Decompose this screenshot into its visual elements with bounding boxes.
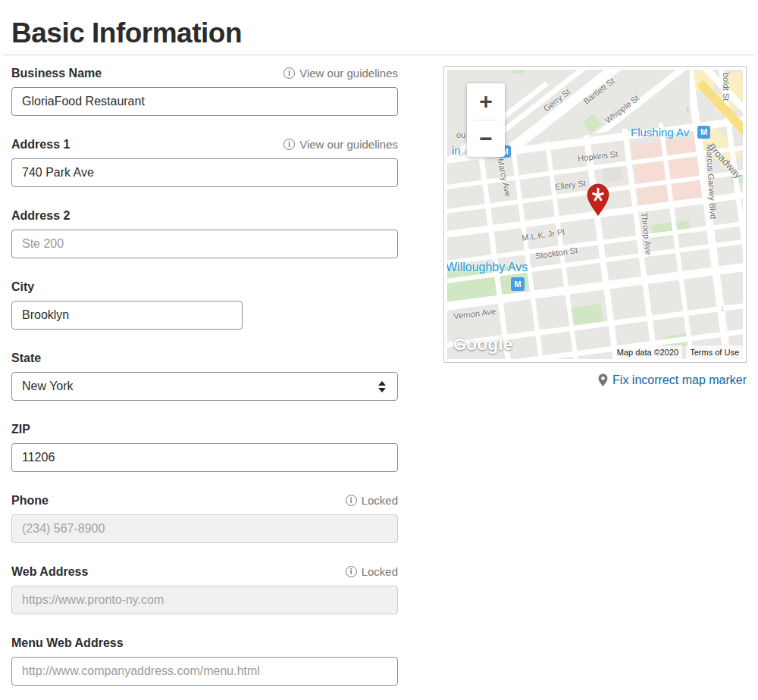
- city-label: City: [11, 280, 34, 294]
- business-name-input[interactable]: [11, 87, 398, 116]
- state-label: State: [11, 351, 41, 365]
- street-label-flushing-av: Flushing Av: [631, 126, 689, 139]
- web-address-label: Web Address: [11, 564, 88, 579]
- map-attribution: Map data ©2020: [613, 345, 683, 359]
- basic-info-form: Business Name i View our guidelines Addr…: [11, 55, 398, 700]
- guidelines-link[interactable]: i View our guidelines: [283, 66, 398, 80]
- one-way-arrow-icon: ↓: [720, 303, 725, 314]
- fix-marker-row: Fix incorrect map marker: [443, 373, 747, 387]
- basic-information-page: Basic Information Business Name i View o…: [0, 0, 758, 700]
- city-input[interactable]: [11, 301, 243, 330]
- guidelines-link-label: View our guidelines: [299, 137, 398, 152]
- street-label-fragment: in: [452, 144, 461, 157]
- zip-input[interactable]: [11, 443, 398, 472]
- map-column: Gerry St Bartlett St Whipple St Flushing…: [443, 55, 747, 387]
- yelp-map-pin-icon: [587, 183, 609, 217]
- info-icon: i: [346, 495, 357, 506]
- address2-field: Address 2: [11, 208, 398, 258]
- web-address-field: Web Address i Locked: [11, 564, 398, 614]
- info-icon: i: [283, 139, 295, 150]
- menu-web-address-input[interactable]: [11, 657, 398, 686]
- state-field: State New York: [11, 351, 398, 401]
- subway-station-icon: M: [511, 277, 525, 291]
- phone-field: Phone i Locked: [11, 493, 398, 543]
- zoom-out-button[interactable]: −: [467, 120, 505, 157]
- guidelines-link[interactable]: i View our guidelines: [283, 137, 398, 152]
- map-zoom-control: + −: [467, 83, 505, 157]
- locked-hint: i Locked: [346, 493, 398, 508]
- city-field: City: [11, 280, 398, 330]
- zip-label: ZIP: [11, 422, 30, 436]
- map-pin-icon: [598, 373, 608, 387]
- street-label: Ellery St: [554, 179, 586, 192]
- info-icon: i: [346, 566, 357, 577]
- address1-label: Address 1: [11, 137, 70, 152]
- map-canvas[interactable]: Gerry St Bartlett St Whipple St Flushing…: [447, 70, 743, 359]
- locked-hint: i Locked: [346, 564, 398, 579]
- phone-input: [11, 514, 398, 543]
- phone-label: Phone: [11, 493, 49, 508]
- menu-web-address-field: Menu Web Address: [11, 636, 398, 686]
- zip-field: ZIP: [11, 422, 398, 472]
- one-way-arrow-icon: ↑: [685, 105, 690, 115]
- terms-of-use-link[interactable]: Terms of Use: [686, 345, 743, 359]
- page-title: Basic Information: [11, 17, 747, 50]
- street-label: boldt St: [722, 73, 731, 101]
- street-label-willoughby: Willoughby Avs: [447, 261, 528, 274]
- address1-field: Address 1 i View our guidelines: [11, 137, 398, 187]
- subway-station-icon: M: [697, 126, 710, 139]
- locked-hint-label: Locked: [362, 564, 398, 579]
- address2-label: Address 2: [11, 208, 70, 223]
- zoom-in-button[interactable]: +: [467, 83, 505, 120]
- street-label-fragment: ou: [456, 130, 465, 139]
- select-stepper-icon: [378, 381, 386, 392]
- google-logo: Google: [453, 335, 513, 355]
- state-select[interactable]: New York: [11, 372, 398, 401]
- address2-input[interactable]: [11, 230, 398, 258]
- address1-input[interactable]: [11, 158, 398, 187]
- menu-web-address-label: Menu Web Address: [11, 636, 124, 650]
- street-label: Hopkins St: [577, 149, 618, 163]
- web-address-input: [11, 586, 398, 614]
- map-frame: Gerry St Bartlett St Whipple St Flushing…: [443, 66, 747, 363]
- info-icon: i: [283, 67, 295, 79]
- guidelines-link-label: View our guidelines: [299, 66, 398, 80]
- business-name-field: Business Name i View our guidelines: [11, 66, 398, 116]
- fix-marker-link[interactable]: Fix incorrect map marker: [612, 373, 747, 387]
- state-select-value: New York: [22, 380, 74, 393]
- locked-hint-label: Locked: [362, 493, 398, 508]
- business-name-label: Business Name: [11, 66, 102, 80]
